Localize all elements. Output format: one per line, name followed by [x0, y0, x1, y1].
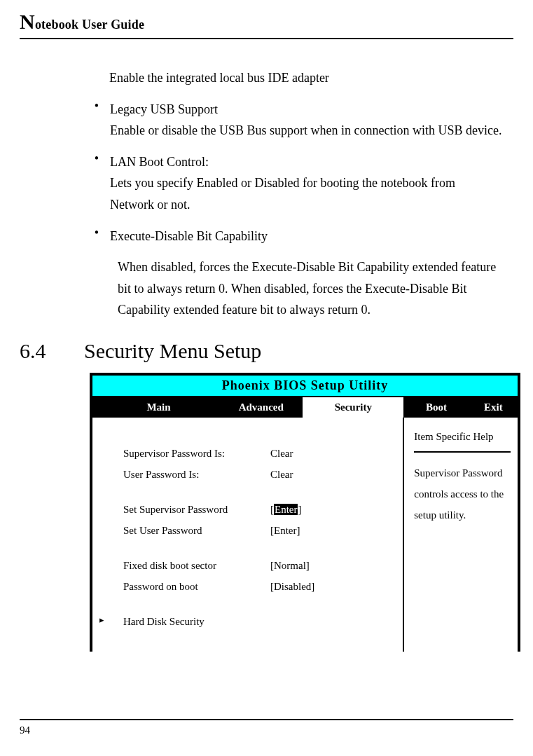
field-value: Clear [270, 443, 397, 464]
row-hard-disk-security[interactable]: ▸ Hard Disk Security [99, 611, 397, 632]
field-value: Clear [270, 464, 397, 485]
field-value: [Enter] [270, 520, 397, 541]
page-number: 94 [20, 724, 30, 736]
bios-help-pane: Item Specific Help Supervisor Password c… [403, 418, 519, 652]
bullet-title: LAN Boot Control: [110, 155, 209, 169]
field-label: Set User Password [123, 520, 270, 541]
field-value: [Enter] [270, 499, 397, 520]
field-label: Supervisor Password Is: [123, 443, 270, 464]
bullet-dot-icon: • [86, 99, 107, 114]
help-header: Item Specific Help [414, 426, 511, 453]
bullet-dot-icon: • [86, 151, 107, 166]
row-fixed-disk-boot-sector[interactable]: Fixed disk boot sector [Normal] [99, 555, 397, 576]
page-footer: 94 [20, 719, 513, 736]
field-label: Set Supervisor Password [123, 499, 270, 520]
tab-spacer [91, 397, 98, 418]
section-heading: 6.4 Security Menu Setup [20, 339, 513, 363]
tab-main[interactable]: Main [98, 397, 219, 418]
submenu-marker-icon: ▸ [99, 611, 123, 632]
bullet-desc: Enable or disable the USB Bus support wh… [110, 123, 501, 137]
bullet-desc: Lets you specify Enabled or Disabled for… [110, 176, 455, 212]
row-user-password-is: User Password Is: Clear [99, 464, 397, 485]
row-set-user-password[interactable]: Set User Password [Enter] [99, 520, 397, 541]
row-password-on-boot[interactable]: Password on boot [Disabled] [99, 576, 397, 597]
bullet-dot-icon: • [86, 226, 107, 240]
field-value: [Normal] [270, 555, 397, 576]
enter-highlighted: Enter [274, 504, 298, 515]
header-title: otebook User Guide [35, 18, 144, 32]
bullet-lan-boot: • LAN Boot Control: Lets you specify Ena… [86, 151, 513, 216]
intro-paragraph: Enable the integrated local bus IDE adap… [109, 67, 499, 89]
bios-title: Phoenix BIOS Setup Utility [91, 374, 519, 397]
bios-setup-panel: Phoenix BIOS Setup Utility Main Advanced… [90, 373, 520, 652]
section-number: 6.4 [20, 339, 81, 363]
bullet-execute-disable: • Execute-Disable Bit Capability [86, 226, 513, 247]
tab-exit[interactable]: Exit [469, 397, 519, 418]
tab-security[interactable]: Security [303, 397, 403, 418]
field-label: Password on boot [123, 576, 270, 597]
tab-advanced[interactable]: Advanced [219, 397, 303, 418]
tab-boot[interactable]: Boot [403, 397, 469, 418]
header-initial: N [20, 10, 35, 33]
bullet-desc-execute-disable: When disabled, forces the Execute-Disabl… [118, 256, 499, 321]
section-title: Security Menu Setup [84, 339, 261, 362]
bios-main-pane: Supervisor Password Is: Clear User Passw… [91, 418, 403, 652]
field-label: Hard Disk Security [123, 611, 270, 632]
bullet-legacy-usb: • Legacy USB Support Enable or disable t… [86, 99, 513, 142]
row-supervisor-password-is: Supervisor Password Is: Clear [99, 443, 397, 464]
field-label: User Password Is: [123, 464, 270, 485]
bios-tabs: Main Advanced Security Boot Exit [91, 397, 519, 418]
field-label: Fixed disk boot sector [123, 555, 270, 576]
field-value: [Disabled] [270, 576, 397, 597]
bullet-title: Execute-Disable Bit Capability [110, 229, 268, 243]
row-set-supervisor-password[interactable]: Set Supervisor Password [Enter] [99, 499, 397, 520]
help-text: Supervisor Password controls access to t… [414, 462, 511, 525]
bullet-title: Legacy USB Support [110, 102, 218, 116]
running-header: Notebook User Guide [20, 10, 513, 39]
